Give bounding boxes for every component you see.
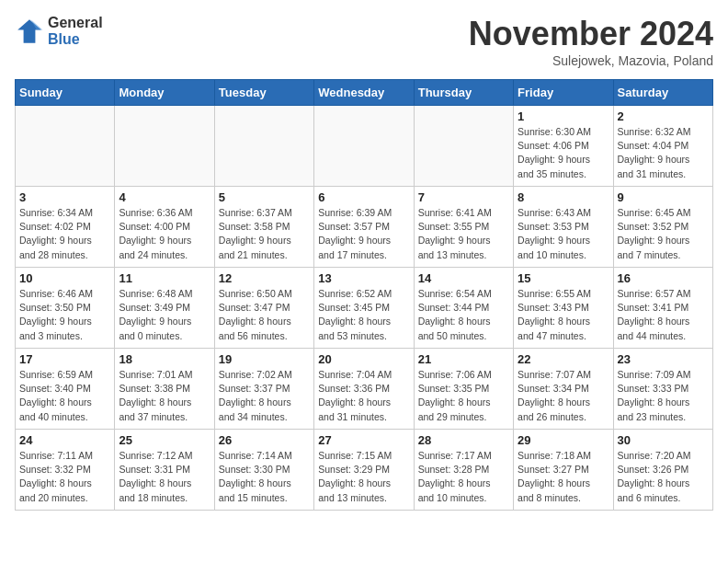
logo-general-text: General — [48, 15, 103, 31]
logo-blue-text: Blue — [48, 31, 103, 48]
day-cell: 11Sunrise: 6:48 AM Sunset: 3:49 PM Dayli… — [115, 268, 214, 349]
day-cell: 8Sunrise: 6:43 AM Sunset: 3:53 PM Daylig… — [514, 187, 613, 268]
title-section: November 2024 Sulejowek, Mazovia, Poland — [469, 15, 713, 68]
day-header-wednesday: Wednesday — [314, 80, 414, 106]
day-number: 6 — [318, 190, 409, 204]
day-number: 26 — [219, 433, 310, 447]
day-cell: 16Sunrise: 6:57 AM Sunset: 3:41 PM Dayli… — [613, 268, 712, 349]
day-cell: 12Sunrise: 6:50 AM Sunset: 3:47 PM Dayli… — [214, 268, 313, 349]
day-number: 18 — [119, 352, 210, 366]
day-number: 21 — [418, 352, 509, 366]
day-info: Sunrise: 6:32 AM Sunset: 4:04 PM Dayligh… — [618, 125, 709, 181]
day-info: Sunrise: 6:48 AM Sunset: 3:49 PM Dayligh… — [119, 287, 210, 343]
day-cell: 2Sunrise: 6:32 AM Sunset: 4:04 PM Daylig… — [613, 106, 712, 187]
day-info: Sunrise: 6:39 AM Sunset: 3:57 PM Dayligh… — [318, 206, 409, 262]
logo: General Blue — [15, 15, 103, 47]
header: General Blue November 2024 Sulejowek, Ma… — [15, 15, 713, 68]
day-info: Sunrise: 7:06 AM Sunset: 3:35 PM Dayligh… — [418, 368, 509, 424]
week-row-2: 3Sunrise: 6:34 AM Sunset: 4:02 PM Daylig… — [16, 187, 713, 268]
day-info: Sunrise: 7:18 AM Sunset: 3:27 PM Dayligh… — [518, 449, 609, 505]
day-header-thursday: Thursday — [414, 80, 513, 106]
svg-marker-0 — [17, 19, 41, 43]
day-number: 7 — [418, 190, 509, 204]
day-number: 24 — [19, 433, 110, 447]
day-info: Sunrise: 6:36 AM Sunset: 4:00 PM Dayligh… — [119, 206, 210, 262]
subtitle: Sulejowek, Mazovia, Poland — [469, 53, 713, 68]
day-info: Sunrise: 6:34 AM Sunset: 4:02 PM Dayligh… — [19, 206, 110, 262]
month-title: November 2024 — [469, 15, 713, 53]
day-cell — [115, 106, 214, 187]
calendar-header: SundayMondayTuesdayWednesdayThursdayFrid… — [16, 80, 713, 106]
day-number: 27 — [318, 433, 409, 447]
day-number: 5 — [219, 190, 310, 204]
day-cell: 7Sunrise: 6:41 AM Sunset: 3:55 PM Daylig… — [414, 187, 513, 268]
day-number: 12 — [219, 271, 310, 285]
day-number: 16 — [618, 271, 709, 285]
day-cell: 27Sunrise: 7:15 AM Sunset: 3:29 PM Dayli… — [314, 430, 414, 511]
day-cell: 4Sunrise: 6:36 AM Sunset: 4:00 PM Daylig… — [115, 187, 214, 268]
week-row-1: 1Sunrise: 6:30 AM Sunset: 4:06 PM Daylig… — [16, 106, 713, 187]
week-row-5: 24Sunrise: 7:11 AM Sunset: 3:32 PM Dayli… — [16, 430, 713, 511]
day-cell — [314, 106, 414, 187]
day-info: Sunrise: 6:30 AM Sunset: 4:06 PM Dayligh… — [518, 125, 609, 181]
day-cell: 10Sunrise: 6:46 AM Sunset: 3:50 PM Dayli… — [16, 268, 115, 349]
day-info: Sunrise: 7:04 AM Sunset: 3:36 PM Dayligh… — [318, 368, 409, 424]
day-header-sunday: Sunday — [16, 80, 115, 106]
day-number: 4 — [119, 190, 210, 204]
day-info: Sunrise: 7:01 AM Sunset: 3:38 PM Dayligh… — [119, 368, 210, 424]
day-info: Sunrise: 6:54 AM Sunset: 3:44 PM Dayligh… — [418, 287, 509, 343]
day-cell: 22Sunrise: 7:07 AM Sunset: 3:34 PM Dayli… — [514, 349, 613, 430]
day-cell — [16, 106, 115, 187]
day-number: 28 — [418, 433, 509, 447]
day-info: Sunrise: 6:37 AM Sunset: 3:58 PM Dayligh… — [219, 206, 310, 262]
day-cell: 6Sunrise: 6:39 AM Sunset: 3:57 PM Daylig… — [314, 187, 414, 268]
day-cell — [414, 106, 513, 187]
day-number: 10 — [19, 271, 110, 285]
day-info: Sunrise: 7:15 AM Sunset: 3:29 PM Dayligh… — [318, 449, 409, 505]
day-info: Sunrise: 7:12 AM Sunset: 3:31 PM Dayligh… — [119, 449, 210, 505]
day-number: 13 — [318, 271, 409, 285]
week-row-4: 17Sunrise: 6:59 AM Sunset: 3:40 PM Dayli… — [16, 349, 713, 430]
day-cell: 15Sunrise: 6:55 AM Sunset: 3:43 PM Dayli… — [514, 268, 613, 349]
day-number: 22 — [518, 352, 609, 366]
day-cell: 14Sunrise: 6:54 AM Sunset: 3:44 PM Dayli… — [414, 268, 513, 349]
day-info: Sunrise: 7:17 AM Sunset: 3:28 PM Dayligh… — [418, 449, 509, 505]
day-number: 30 — [618, 433, 709, 447]
day-header-friday: Friday — [514, 80, 613, 106]
day-header-tuesday: Tuesday — [214, 80, 313, 106]
day-number: 17 — [19, 352, 110, 366]
day-info: Sunrise: 7:14 AM Sunset: 3:30 PM Dayligh… — [219, 449, 310, 505]
day-header-saturday: Saturday — [613, 80, 712, 106]
day-header-monday: Monday — [115, 80, 214, 106]
day-cell: 17Sunrise: 6:59 AM Sunset: 3:40 PM Dayli… — [16, 349, 115, 430]
day-number: 15 — [518, 271, 609, 285]
day-number: 1 — [518, 109, 609, 123]
day-info: Sunrise: 6:41 AM Sunset: 3:55 PM Dayligh… — [418, 206, 509, 262]
day-info: Sunrise: 6:45 AM Sunset: 3:52 PM Dayligh… — [618, 206, 709, 262]
day-info: Sunrise: 6:55 AM Sunset: 3:43 PM Dayligh… — [518, 287, 609, 343]
day-info: Sunrise: 6:52 AM Sunset: 3:45 PM Dayligh… — [318, 287, 409, 343]
week-row-3: 10Sunrise: 6:46 AM Sunset: 3:50 PM Dayli… — [16, 268, 713, 349]
day-number: 19 — [219, 352, 310, 366]
day-cell: 18Sunrise: 7:01 AM Sunset: 3:38 PM Dayli… — [115, 349, 214, 430]
day-info: Sunrise: 6:59 AM Sunset: 3:40 PM Dayligh… — [19, 368, 110, 424]
logo-icon — [15, 17, 44, 46]
calendar-table: SundayMondayTuesdayWednesdayThursdayFrid… — [15, 79, 713, 511]
day-info: Sunrise: 6:46 AM Sunset: 3:50 PM Dayligh… — [19, 287, 110, 343]
day-cell: 9Sunrise: 6:45 AM Sunset: 3:52 PM Daylig… — [613, 187, 712, 268]
day-cell: 3Sunrise: 6:34 AM Sunset: 4:02 PM Daylig… — [16, 187, 115, 268]
day-info: Sunrise: 7:09 AM Sunset: 3:33 PM Dayligh… — [618, 368, 709, 424]
day-header-row: SundayMondayTuesdayWednesdayThursdayFrid… — [16, 80, 713, 106]
calendar-body: 1Sunrise: 6:30 AM Sunset: 4:06 PM Daylig… — [16, 106, 713, 511]
day-cell — [214, 106, 313, 187]
day-cell: 1Sunrise: 6:30 AM Sunset: 4:06 PM Daylig… — [514, 106, 613, 187]
day-number: 11 — [119, 271, 210, 285]
day-info: Sunrise: 7:11 AM Sunset: 3:32 PM Dayligh… — [19, 449, 110, 505]
day-number: 23 — [618, 352, 709, 366]
day-cell: 29Sunrise: 7:18 AM Sunset: 3:27 PM Dayli… — [514, 430, 613, 511]
day-number: 25 — [119, 433, 210, 447]
day-cell: 13Sunrise: 6:52 AM Sunset: 3:45 PM Dayli… — [314, 268, 414, 349]
day-cell: 21Sunrise: 7:06 AM Sunset: 3:35 PM Dayli… — [414, 349, 513, 430]
day-info: Sunrise: 6:50 AM Sunset: 3:47 PM Dayligh… — [219, 287, 310, 343]
day-number: 9 — [618, 190, 709, 204]
